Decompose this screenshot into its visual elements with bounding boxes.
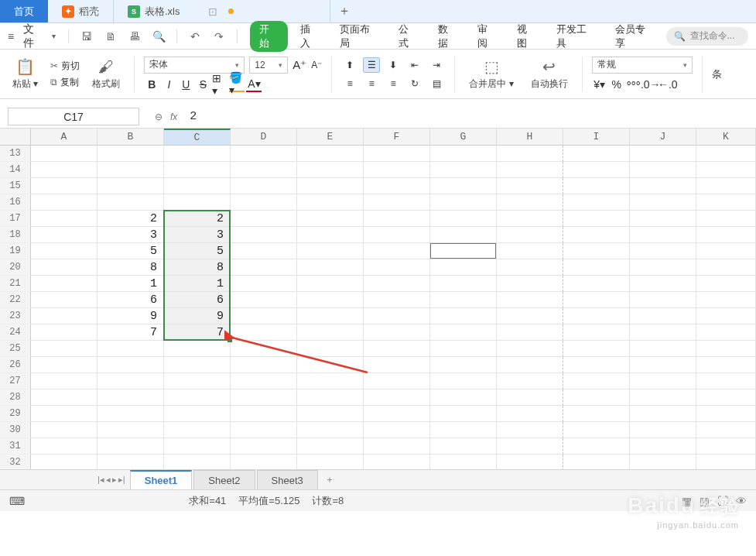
cell-D26[interactable] <box>231 357 297 373</box>
cell-I24[interactable] <box>563 324 630 341</box>
ribbon-tab-dev[interactable]: 开发工具 <box>549 22 603 50</box>
cell-B23[interactable]: 9 <box>97 308 164 324</box>
italic-button[interactable]: I <box>161 77 176 92</box>
row-header-28[interactable]: 28 <box>0 390 31 406</box>
font-size-select[interactable]: 12▾ <box>249 57 288 74</box>
command-search[interactable]: 🔍 查找命令... <box>666 27 748 46</box>
cell-F22[interactable] <box>364 292 430 308</box>
align-right-icon[interactable]: ≡ <box>385 76 402 91</box>
cell-I28[interactable] <box>563 390 630 406</box>
cell-A17[interactable] <box>31 211 97 227</box>
currency-icon[interactable]: ¥▾ <box>592 77 607 92</box>
cell-E31[interactable] <box>297 438 364 455</box>
cell-J15[interactable] <box>630 178 696 194</box>
cell-G14[interactable] <box>430 162 497 178</box>
align-middle-icon[interactable]: ☰ <box>363 57 380 73</box>
cell-F32[interactable] <box>364 455 430 469</box>
cut-button[interactable]: ✂剪切 <box>50 60 80 73</box>
cell-H24[interactable] <box>497 324 563 341</box>
row-header-26[interactable]: 26 <box>0 357 31 373</box>
cell-H28[interactable] <box>497 390 563 406</box>
cell-A29[interactable] <box>31 406 97 422</box>
cell-C13[interactable] <box>164 146 231 162</box>
cell-C17[interactable]: 2 <box>164 211 231 227</box>
format-painter-button[interactable]: 🖌 格式刷 <box>87 57 125 92</box>
cell-F25[interactable] <box>364 341 430 357</box>
add-sheet-button[interactable]: ＋ <box>320 470 340 489</box>
cell-H30[interactable] <box>497 422 563 438</box>
row-header-20[interactable]: 20 <box>0 259 31 276</box>
cell-B29[interactable] <box>97 406 164 422</box>
view-page-icon[interactable]: ▥ <box>700 495 710 507</box>
row-header-13[interactable]: 13 <box>0 146 31 162</box>
ribbon-tab-review[interactable]: 审阅 <box>470 22 505 50</box>
cell-D28[interactable] <box>231 390 297 406</box>
view-normal-icon[interactable]: ▦ <box>682 495 692 507</box>
indent-inc-icon[interactable]: ⇥ <box>428 57 445 73</box>
cell-E16[interactable] <box>297 194 364 211</box>
cell-E19[interactable] <box>297 243 364 259</box>
cell-E21[interactable] <box>297 276 364 292</box>
tab-home[interactable]: 首页 <box>0 0 48 22</box>
row-header-17[interactable]: 17 <box>0 211 31 227</box>
cell-J22[interactable] <box>630 292 696 308</box>
ribbon-tab-formula[interactable]: 公式 <box>391 22 426 50</box>
cell-F27[interactable] <box>364 373 430 390</box>
cell-F16[interactable] <box>364 194 430 211</box>
cell-G25[interactable] <box>430 341 497 357</box>
cell-B18[interactable]: 3 <box>97 227 164 243</box>
align-top-icon[interactable]: ⬆ <box>341 57 358 73</box>
cell-F23[interactable] <box>364 308 430 324</box>
cell-K13[interactable] <box>696 146 756 162</box>
col-header-I[interactable]: I <box>563 129 630 146</box>
cell-B24[interactable]: 7 <box>97 324 164 341</box>
cell-G22[interactable] <box>430 292 497 308</box>
cell-G32[interactable] <box>430 455 497 469</box>
col-header-D[interactable]: D <box>231 129 297 146</box>
cell-A28[interactable] <box>31 390 97 406</box>
cell-E23[interactable] <box>297 308 364 324</box>
cell-H21[interactable] <box>497 276 563 292</box>
row-header-19[interactable]: 19 <box>0 243 31 259</box>
cell-D27[interactable] <box>231 373 297 390</box>
cell-A23[interactable] <box>31 308 97 324</box>
sheet-first-icon[interactable]: |◂ <box>97 475 104 485</box>
burger-icon[interactable]: ≡ <box>8 30 14 43</box>
cell-E14[interactable] <box>297 162 364 178</box>
cell-G15[interactable] <box>430 178 497 194</box>
row-header-16[interactable]: 16 <box>0 194 31 211</box>
cell-C26[interactable] <box>164 357 231 373</box>
col-header-A[interactable]: A <box>31 129 97 146</box>
cell-I15[interactable] <box>563 178 630 194</box>
cell-I18[interactable] <box>563 227 630 243</box>
cell-I26[interactable] <box>563 357 630 373</box>
cell-C20[interactable]: 8 <box>164 259 231 276</box>
cell-J13[interactable] <box>630 146 696 162</box>
cell-C18[interactable]: 3 <box>164 227 231 243</box>
cell-D29[interactable] <box>231 406 297 422</box>
cell-I21[interactable] <box>563 276 630 292</box>
cell-D30[interactable] <box>231 422 297 438</box>
cell-K27[interactable] <box>696 373 756 390</box>
cell-I17[interactable] <box>563 211 630 227</box>
cell-I22[interactable] <box>563 292 630 308</box>
view-eye-icon[interactable]: 👁 <box>736 495 747 507</box>
cell-F30[interactable] <box>364 422 430 438</box>
border-button[interactable]: ⊞ ▾ <box>212 77 227 92</box>
cell-C14[interactable] <box>164 162 231 178</box>
cell-F28[interactable] <box>364 390 430 406</box>
cell-C28[interactable] <box>164 390 231 406</box>
cell-D21[interactable] <box>231 276 297 292</box>
cell-J23[interactable] <box>630 308 696 324</box>
cell-J29[interactable] <box>630 406 696 422</box>
cell-H19[interactable] <box>497 243 563 259</box>
row-header-18[interactable]: 18 <box>0 227 31 243</box>
cell-F26[interactable] <box>364 357 430 373</box>
save-as-icon[interactable]: 🗎 <box>104 29 117 43</box>
cell-K19[interactable] <box>696 243 756 259</box>
cell-H18[interactable] <box>497 227 563 243</box>
cell-K24[interactable] <box>696 324 756 341</box>
cell-F20[interactable] <box>364 259 430 276</box>
row-header-21[interactable]: 21 <box>0 276 31 292</box>
cell-E25[interactable] <box>297 341 364 357</box>
